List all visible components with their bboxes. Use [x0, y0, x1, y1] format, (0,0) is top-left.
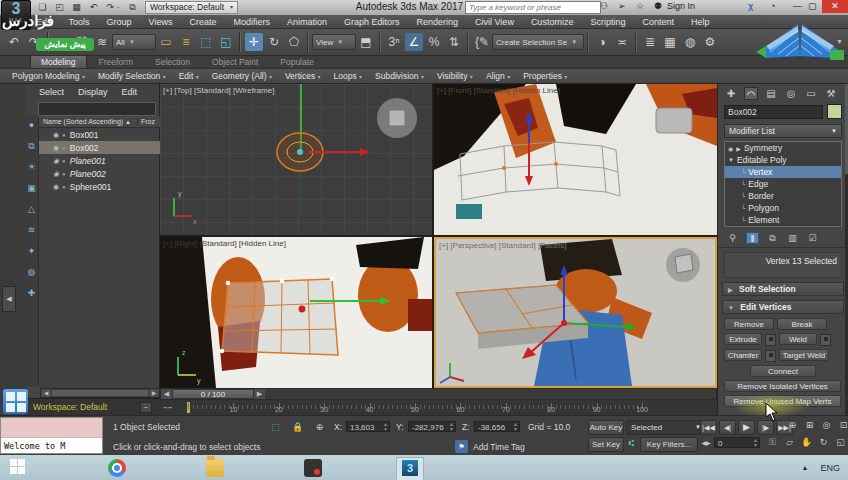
- ribbon-tab-modeling[interactable]: Modeling: [30, 55, 87, 68]
- align-icon[interactable]: ≍: [613, 33, 631, 51]
- start-button[interactable]: [10, 459, 28, 477]
- 3dsmax-taskbar-icon[interactable]: 3: [396, 457, 424, 480]
- settings-box-icon[interactable]: [820, 334, 831, 346]
- ribbon-panel-vertices[interactable]: Vertices ▾: [285, 71, 321, 81]
- ribbon-tab-populate[interactable]: Populate: [270, 56, 324, 68]
- viewport-perspective[interactable]: [+] [Perspective] [Standard] [Facets]: [434, 237, 717, 388]
- viewport-top[interactable]: y x [+] [Top] [Standard] [Wireframe]: [160, 84, 432, 235]
- snaps-toggle-icon[interactable]: 3ⁿ: [385, 33, 403, 51]
- stack-item-element[interactable]: └Element: [725, 214, 841, 226]
- time-tag-icon[interactable]: ⚑: [455, 440, 468, 453]
- stack-item-border[interactable]: └Border: [725, 190, 841, 202]
- explorer-item-plane001[interactable]: ◉●Plane001: [39, 154, 160, 167]
- menu-graph-editors[interactable]: Graph Editors: [344, 17, 400, 27]
- rollout-soft-selection[interactable]: ▶ Soft Selection: [722, 282, 844, 296]
- selection-lock-icon[interactable]: 🔒: [290, 421, 305, 434]
- window-crossing-icon[interactable]: ◱: [217, 33, 235, 51]
- modify-tab-icon[interactable]: ◠: [744, 87, 758, 100]
- expand-arrow-icon[interactable]: ▶: [736, 145, 741, 152]
- explorer-item-sphere001[interactable]: ◉●Sphere001: [39, 180, 160, 193]
- save-file-icon[interactable]: ▦: [70, 2, 83, 13]
- stack-item-polygon[interactable]: └Polygon: [725, 202, 841, 214]
- ribbon-panel-loops[interactable]: Loops ▾: [334, 71, 363, 81]
- material-editor-icon[interactable]: ◍: [681, 33, 699, 51]
- select-by-name-icon[interactable]: ≡: [177, 33, 195, 51]
- add-time-tag[interactable]: Add Time Tag: [473, 442, 525, 452]
- explorer-horizontal-scrollbar[interactable]: ◀ ▶: [40, 388, 160, 398]
- pin-stack-icon[interactable]: ⚲: [726, 232, 739, 244]
- send-feedback-icon[interactable]: ➢: [618, 0, 626, 13]
- button-break[interactable]: Break: [777, 318, 827, 330]
- display-materials-icon[interactable]: ✚: [28, 288, 36, 298]
- ribbon-panel-properties[interactable]: Properties ▾: [523, 71, 567, 81]
- chrome-taskbar-icon[interactable]: [108, 459, 126, 477]
- orbit-icon[interactable]: ↻: [816, 436, 831, 449]
- viewport-label[interactable]: [+] [Top] [Standard] [Wireframe]: [163, 86, 274, 95]
- percent-snap-icon[interactable]: %: [425, 33, 443, 51]
- menu-civil-view[interactable]: Civil View: [475, 17, 514, 27]
- toolbar-overflow-icon[interactable]: ▼: [836, 38, 843, 45]
- fov-icon[interactable]: ▱: [782, 436, 797, 449]
- track-bar[interactable]: ⌁⌁ 102030405060708090100: [160, 400, 717, 416]
- viewport-right[interactable]: z y [+] [Right] [Standard] [Hidden Line]: [160, 237, 432, 388]
- button-connect[interactable]: Connect: [750, 365, 816, 377]
- language-indicator[interactable]: ENG: [820, 463, 840, 473]
- explorer-search-input[interactable]: [38, 102, 156, 116]
- button-weld[interactable]: Weld: [779, 333, 817, 345]
- maximize-button[interactable]: ▢: [808, 0, 817, 13]
- key-filters-button[interactable]: Key Filters...: [640, 437, 698, 452]
- named-selection-set-dropdown[interactable]: Create Selection Se▼: [492, 34, 584, 50]
- menu-views[interactable]: Views: [149, 17, 173, 27]
- button-target-weld[interactable]: Target Weld: [779, 349, 829, 361]
- play-icon[interactable]: ▶: [738, 420, 755, 435]
- stack-item-symmetry[interactable]: ◉▶Symmetry: [725, 142, 841, 154]
- create-tab-icon[interactable]: ✚: [724, 87, 738, 100]
- display-lights-icon[interactable]: ☀: [27, 162, 35, 172]
- viewport-label[interactable]: [+] [Perspective] [Standard] [Facets]: [439, 241, 566, 250]
- stack-item-edge[interactable]: └Edge: [725, 178, 841, 190]
- default-keys-icon[interactable]: ⚿: [765, 436, 780, 449]
- button-remove[interactable]: Remove: [724, 318, 774, 330]
- previous-frame-icon[interactable]: ◀|: [719, 420, 736, 435]
- ribbon-panel-visibility[interactable]: Visibility ▾: [437, 71, 473, 81]
- menu-create[interactable]: Create: [189, 17, 216, 27]
- ribbon-tab-selection[interactable]: Selection: [145, 56, 200, 68]
- isolate-selection-icon[interactable]: ⬚: [268, 421, 283, 434]
- explorer-item-plane002[interactable]: ◉●Plane002: [39, 167, 160, 180]
- viewport-label[interactable]: [+] [Right] [Standard] [Hidden Line]: [163, 239, 286, 248]
- button-remove-isolated-vertices[interactable]: Remove Isolated Vertices: [724, 380, 841, 392]
- workspace-tab-menu-icon[interactable]: –: [140, 402, 152, 413]
- explorer-column-header[interactable]: Name (Sorted Ascending) ▲ Froz: [39, 116, 160, 128]
- next-frame-icon[interactable]: |▶: [757, 420, 774, 435]
- angle-snap-icon[interactable]: ∠: [405, 33, 423, 51]
- explorer-collapse-button[interactable]: ◀: [2, 286, 16, 312]
- stack-item-editable-poly[interactable]: ▼Editable Poly: [725, 154, 841, 166]
- show-hidden-icons-icon[interactable]: ▲: [802, 464, 809, 471]
- layer-manager-icon[interactable]: ≣: [641, 33, 659, 51]
- previous-frame-arrow-icon[interactable]: ◀: [161, 389, 172, 399]
- display-helpers-icon[interactable]: △: [28, 204, 35, 214]
- menu-help[interactable]: Help: [691, 17, 710, 27]
- help-icon[interactable]: ◔: [770, 0, 775, 13]
- select-and-scale-icon[interactable]: ⬠: [285, 33, 303, 51]
- make-unique-icon[interactable]: ⧉: [766, 232, 779, 244]
- redo-icon[interactable]: ↷ ·: [104, 2, 122, 13]
- zoom-extents-all-icon[interactable]: ⊡: [836, 419, 848, 432]
- reference-coordinate-dropdown[interactable]: View▼: [312, 34, 356, 50]
- ribbon-tab-freeform[interactable]: Freeform: [89, 56, 143, 68]
- mini-curve-editor-icon[interactable]: ⌁⌁: [163, 403, 173, 412]
- use-pivot-point-icon[interactable]: ⬒: [357, 33, 375, 51]
- screen-recorder-taskbar-icon[interactable]: [304, 459, 322, 477]
- ribbon-panel-edit[interactable]: Edit ▾: [179, 71, 199, 81]
- display-tab-icon[interactable]: ▭: [804, 87, 818, 100]
- auto-key-button[interactable]: Auto Key: [588, 420, 624, 435]
- button-extrude[interactable]: Extrude: [724, 333, 762, 345]
- object-name-field[interactable]: Box002: [724, 105, 823, 119]
- bind-to-space-warp-icon[interactable]: ≋: [93, 33, 111, 51]
- ribbon-panel-geometry--all-[interactable]: Geometry (All) ▾: [212, 71, 272, 81]
- maximize-viewport-icon[interactable]: ◱: [833, 436, 848, 449]
- exchange-apps-icon[interactable]: χ: [748, 0, 753, 13]
- z-coordinate-field[interactable]: -38,656▲▼: [474, 421, 520, 432]
- menu-customize[interactable]: Customize: [531, 17, 574, 27]
- menu-rendering[interactable]: Rendering: [417, 17, 459, 27]
